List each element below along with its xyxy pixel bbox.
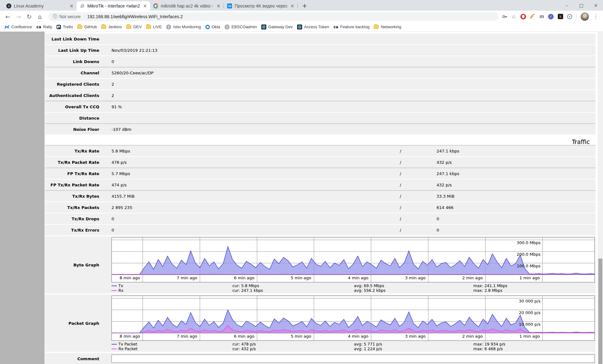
bookmark-dev[interactable]: DEV bbox=[126, 24, 142, 29]
field-label: Last Link Down Time bbox=[45, 37, 99, 41]
maximize-window-button[interactable]: □ bbox=[574, 0, 589, 11]
field-value-rx: 247.1 kbps bbox=[437, 171, 459, 176]
bookmark-label: Confluence bbox=[11, 24, 32, 29]
bookmark-jenkins[interactable]: Jenkins bbox=[101, 24, 122, 29]
x-axis-tick-label: 4 min ago bbox=[330, 334, 368, 339]
okta-icon bbox=[205, 25, 210, 29]
bookmark-networking[interactable]: Networking bbox=[374, 24, 401, 29]
back-icon[interactable]: ← bbox=[3, 12, 13, 21]
bookmark-label: Feature backlog bbox=[340, 24, 369, 29]
field-row-fp-tx-rx-packet-rate: FP Tx/Rx Packet Rate474 p/s/432 p/s bbox=[45, 179, 595, 190]
bookmark-label: Access Token bbox=[304, 24, 329, 29]
field-row-tx-rx-drops: Tx/Rx Drops0/0 bbox=[45, 213, 595, 224]
bookmark-confluence[interactable]: Confluence bbox=[4, 24, 32, 29]
globe-icon bbox=[166, 24, 171, 29]
key-icon[interactable] bbox=[502, 14, 508, 19]
new-tab-button[interactable]: + bbox=[300, 1, 309, 10]
react-icon bbox=[261, 24, 266, 29]
folder-icon bbox=[374, 25, 379, 29]
url-text[interactable]: 192.168.88.1/webfig/#Wireless.WiFi_Inter… bbox=[87, 14, 183, 19]
security-label: Not secure bbox=[59, 14, 81, 19]
tab-close-icon[interactable]: × bbox=[142, 4, 148, 8]
profile-avatar[interactable] bbox=[581, 13, 589, 21]
field-label: Distance bbox=[45, 116, 99, 120]
scrollbar[interactable] bbox=[598, 32, 603, 364]
value-separator: / bbox=[400, 228, 401, 233]
field-label: Overall Tx CCQ bbox=[45, 104, 99, 109]
bookmark-access-token[interactable]: Access Token bbox=[297, 24, 329, 29]
plot-baseline bbox=[112, 333, 595, 333]
address-bar[interactable]: ⓘ Not secure 192.168.88.1/webfig/#Wirele… bbox=[48, 12, 499, 21]
scrollbar-thumb[interactable] bbox=[598, 259, 602, 364]
reload-icon[interactable]: ↻ bbox=[24, 12, 34, 21]
x-axis-tick-label: 6 min ago bbox=[216, 276, 254, 280]
browser-menu-icon[interactable]: ⋮ bbox=[593, 13, 599, 20]
bookmark-label: Okta bbox=[212, 24, 220, 29]
bookmark-istio-monitoring[interactable]: Istio Monitoring bbox=[166, 24, 201, 29]
legend-row-tx: Txcur: 5.8 Mbpsavg: 69.5 Mbpsmax: 241.1 … bbox=[111, 283, 123, 288]
field-value: 5.8 Mbps bbox=[111, 149, 130, 153]
graph-legend: Tx Packetcur: 478 p/savg: 5 771 p/smax: … bbox=[111, 342, 594, 351]
minimize-window-button[interactable]: – bbox=[560, 0, 574, 11]
field-value-rx: 0 bbox=[437, 228, 439, 233]
tab-mikrotik-interface-wlan2-at-a[interactable]: MikroTik - Interface <wlan2> at a× bbox=[77, 1, 150, 11]
bookmark-label: EBSCOadmin bbox=[231, 24, 257, 29]
tab-mikrotik-hap-ac2-4k-video-goog[interactable]: mikrotik hap ac2 4k video - Goog× bbox=[150, 1, 224, 11]
confluence-icon bbox=[4, 24, 9, 29]
bookmark-label: GitHub bbox=[84, 24, 97, 29]
bookmark-live[interactable]: LIVE bbox=[146, 24, 162, 29]
bookmark-github[interactable]: GitHub bbox=[77, 24, 97, 29]
home-icon[interactable]: ⌂ bbox=[35, 12, 45, 21]
browser-tab-strip: ∧Linux Academy×MikroTik - Interface <wla… bbox=[0, 0, 603, 11]
bookmark-trello[interactable]: Trello bbox=[57, 24, 73, 29]
legend-max-value: max: 241.1 Mbps bbox=[473, 283, 507, 288]
field-row-tx-rx-errors: Tx/Rx Errors0/0 bbox=[45, 225, 595, 235]
bookmark-gateway-dev[interactable]: Gateway Dev bbox=[261, 24, 293, 29]
tab-linux-academy[interactable]: ∧Linux Academy× bbox=[3, 1, 77, 11]
field-label: Last Link Up Time bbox=[45, 48, 99, 53]
field-row-registered-clients: Registered Clients2 bbox=[45, 79, 595, 89]
field-value-rx: 247.1 kbps bbox=[437, 149, 459, 153]
y-axis-tick-label: 300.0 Mbps bbox=[490, 240, 541, 245]
bookmarks-bar: ConfluencecaRallyTrelloGitHubJenkinsDEVL… bbox=[0, 22, 603, 32]
graph-legend: Txcur: 5.8 Mbpsavg: 69.5 Mbpsmax: 241.1 … bbox=[111, 283, 594, 293]
field-row-channel: Channel5260/20-Ceee/ac/DP bbox=[45, 67, 595, 78]
field-value: Nov/03/2019 21:21:13 bbox=[111, 48, 157, 53]
comment-input[interactable] bbox=[111, 355, 595, 363]
bookmark-rally[interactable]: caRally bbox=[36, 24, 52, 29]
x-axis-tick-label: 3 min ago bbox=[387, 276, 426, 280]
forward-icon[interactable]: → bbox=[14, 12, 23, 21]
legend-max-value: max: 19 934 p/s bbox=[473, 342, 505, 346]
close-window-button[interactable]: × bbox=[589, 0, 603, 11]
byte-graph-plot: 300.0 Mbps200.0 Mbps100.0 Mbps8 min ago7… bbox=[111, 237, 595, 282]
bookmark-label: Rally bbox=[43, 24, 52, 29]
x-axis-tick-label: 3 min ago bbox=[387, 334, 426, 339]
bookmark-label: Gateway Dev bbox=[268, 24, 293, 29]
field-row-tx-rx-packet-rate: Tx/Rx Packet Rate478 p/s/432 p/s bbox=[45, 157, 595, 168]
field-value: 5.7 Mbps bbox=[111, 171, 130, 176]
bookmark-label: LIVE bbox=[153, 24, 162, 29]
bookmark-ebscoadmin[interactable]: EBSCOadmin bbox=[225, 24, 257, 29]
tabs: ∧Linux Academy×MikroTik - Interface <wla… bbox=[3, 1, 298, 11]
tab-4k-dlna[interactable]: OSПросмотр 4K видео через DLNA× bbox=[224, 1, 297, 11]
tab-close-icon[interactable]: × bbox=[290, 4, 295, 8]
value-separator: / bbox=[400, 171, 401, 176]
tab-close-icon[interactable]: × bbox=[216, 4, 221, 8]
info-icon[interactable]: ⓘ bbox=[53, 13, 57, 19]
packet-graph-plot: 30 000 p/s20 000 p/s10 000 p/s8 min ago7… bbox=[111, 296, 595, 341]
byte-graph-row: Byte Graph300.0 Mbps200.0 Mbps100.0 Mbps… bbox=[45, 236, 595, 293]
window-controls: –□× bbox=[560, 0, 603, 11]
field-label: Registered Clients bbox=[45, 82, 99, 87]
field-value-rx: 0 bbox=[437, 217, 439, 221]
bookmark-feature-backlog[interactable]: caFeature backlog bbox=[334, 24, 369, 29]
bookmark-star-icon[interactable]: ☆ bbox=[512, 13, 516, 20]
field-value: 474 p/s bbox=[111, 183, 127, 187]
tab-close-icon[interactable]: × bbox=[69, 4, 74, 8]
plot-baseline bbox=[112, 275, 595, 275]
folder-icon bbox=[126, 25, 131, 29]
field-row-last-link-down-time: Last Link Down Time bbox=[45, 34, 595, 44]
x-axis-tick-label: 7 min ago bbox=[159, 276, 197, 280]
legend-cur-value: cur: 478 p/s bbox=[232, 342, 256, 346]
bookmark-okta[interactable]: Okta bbox=[205, 24, 220, 29]
tab-title: mikrotik hap ac2 4k video - Goog bbox=[161, 3, 213, 8]
